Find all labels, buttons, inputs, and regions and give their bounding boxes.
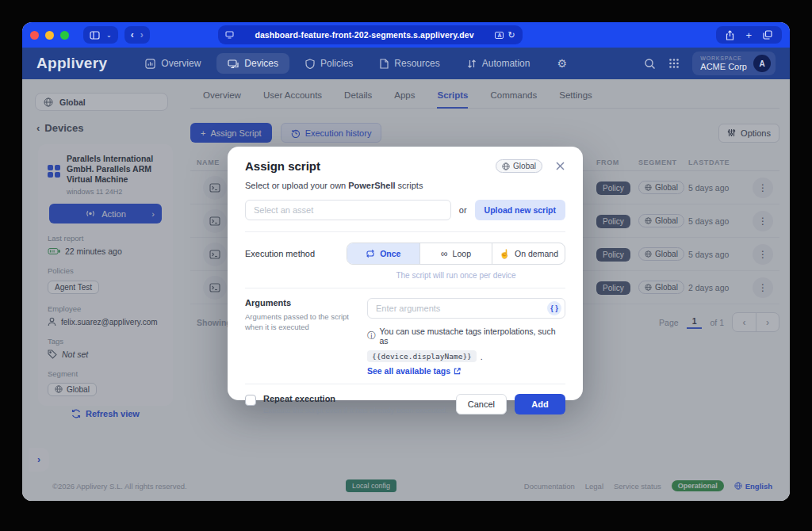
nav-label: Devices	[244, 58, 278, 69]
workspace-label: WORKSPACE	[700, 55, 747, 61]
workspace-switcher[interactable]: WORKSPACE ACME Corp A	[692, 52, 776, 75]
modal-scope-chip: Global	[496, 159, 542, 173]
execution-method-control: Once ∞ Loop ☝ On demand	[347, 243, 565, 265]
globe-icon	[502, 162, 510, 170]
or-label: or	[459, 205, 467, 215]
applivery-logo[interactable]: Applivery	[36, 55, 107, 72]
app-header: Applivery Overview Devices Policies Reso…	[22, 48, 790, 79]
nav-label: Policies	[320, 58, 353, 69]
repeat-execution-label: Repeat execution	[263, 394, 448, 403]
devices-icon	[228, 59, 239, 69]
mustache-info-text: You can use mustache tags interpolations…	[380, 327, 566, 346]
workspace-avatar: A	[753, 55, 771, 72]
nav-label: Overview	[161, 58, 201, 69]
braces-icon[interactable]: { }	[547, 301, 561, 315]
nav-item-resources[interactable]: Resources	[369, 53, 450, 74]
apps-grid-icon[interactable]	[668, 58, 680, 69]
repeat-execution-description: Execute the script even if it has alread…	[263, 406, 448, 414]
translate-icon[interactable]: A	[495, 32, 504, 39]
url-text: dashboard-feature-front-202-segments.s.a…	[234, 30, 496, 40]
back-button[interactable]: ‹	[131, 29, 134, 40]
page-icon	[225, 31, 234, 39]
assign-script-modal: Assign script Global Select or upload yo…	[228, 147, 583, 400]
external-link-icon	[454, 368, 461, 375]
repeat-execution-checkbox[interactable]	[245, 395, 256, 406]
forward-button[interactable]: ›	[140, 29, 144, 40]
modal-title: Assign script	[245, 159, 320, 173]
execution-helper-text: The script will run once per device	[347, 271, 565, 280]
see-all-tags-link[interactable]: See all available tags	[367, 366, 461, 376]
close-window-button[interactable]	[30, 31, 39, 40]
nav-item-overview[interactable]: Overview	[134, 53, 212, 74]
pointer-hand-icon: ☝	[499, 250, 510, 258]
settings-gear-icon[interactable]: ⚙	[550, 54, 573, 73]
nav-item-automation[interactable]: Automation	[456, 53, 542, 74]
zoom-window-button[interactable]	[60, 31, 69, 40]
nav-label: Automation	[482, 58, 530, 69]
automation-icon	[467, 59, 477, 69]
select-asset-input[interactable]	[245, 200, 451, 220]
upload-new-script-button[interactable]: Upload new script	[475, 200, 565, 220]
shield-icon	[305, 59, 315, 69]
exec-option-on-demand[interactable]: ☝ On demand	[492, 243, 565, 264]
nav-item-devices[interactable]: Devices	[216, 53, 289, 74]
chevron-down-icon: ⌄	[106, 32, 112, 39]
workspace-name: ACME Corp	[700, 62, 747, 71]
arguments-input[interactable]	[367, 298, 565, 319]
overview-icon	[145, 59, 155, 69]
mustache-example-chip: {{device.displayName}}	[367, 350, 477, 362]
arguments-description: Arguments passed to the script when it i…	[245, 311, 356, 333]
info-icon: ⓘ	[367, 330, 376, 342]
close-icon[interactable]	[555, 161, 565, 171]
exec-option-loop[interactable]: ∞ Loop	[419, 243, 492, 264]
tabs-icon[interactable]	[763, 30, 772, 40]
sidebar-toggle-icon	[90, 31, 100, 40]
execution-method-label: Execution method	[245, 249, 315, 258]
search-icon[interactable]	[644, 58, 656, 70]
reload-icon[interactable]: ↻	[508, 30, 515, 40]
share-icon[interactable]	[726, 30, 734, 40]
modal-subtitle: Select or upload your own PowerShell scr…	[245, 181, 565, 190]
sidebar-toggle-button[interactable]: ⌄	[83, 26, 118, 44]
nav-item-policies[interactable]: Policies	[294, 53, 364, 74]
new-tab-icon[interactable]: +	[745, 29, 752, 41]
address-bar[interactable]: dashboard-feature-front-202-segments.s.a…	[218, 25, 523, 44]
infinity-icon: ∞	[441, 249, 448, 258]
minimize-window-button[interactable]	[45, 31, 54, 40]
nav-label: Resources	[394, 58, 439, 69]
cancel-button[interactable]: Cancel	[456, 394, 507, 414]
browser-window: ⌄ ‹ › dashboard-feature-front-202-segmen…	[22, 22, 790, 501]
main-nav: Overview Devices Policies Resources Auto…	[134, 53, 573, 74]
repeat-once-icon	[366, 250, 375, 258]
info-separator: .	[481, 352, 483, 361]
exec-option-once[interactable]: Once	[347, 243, 419, 264]
nav-back-forward: ‹ ›	[124, 26, 150, 44]
chrome-actions: +	[716, 26, 782, 44]
add-button[interactable]: Add	[515, 394, 565, 414]
arguments-label: Arguments	[245, 298, 356, 308]
document-icon	[380, 59, 389, 69]
browser-chrome: ⌄ ‹ › dashboard-feature-front-202-segmen…	[22, 22, 790, 48]
